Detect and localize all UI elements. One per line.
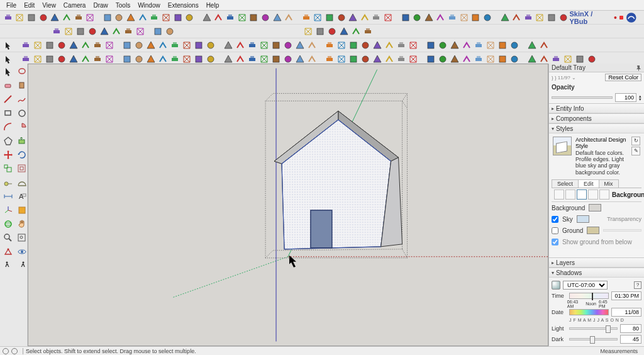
toolbar-button[interactable] bbox=[396, 40, 407, 51]
background-settings-icon[interactable] bbox=[577, 189, 587, 200]
pin-icon[interactable] bbox=[635, 65, 641, 71]
rectangle-tool[interactable] bbox=[1, 106, 14, 119]
toolbar-button[interactable] bbox=[104, 54, 115, 65]
offset-tool[interactable] bbox=[15, 162, 28, 174]
toolbar-button[interactable] bbox=[371, 12, 382, 23]
toolbar-button[interactable] bbox=[314, 26, 326, 37]
edge-settings-icon[interactable] bbox=[554, 189, 564, 200]
lasso-tool[interactable] bbox=[15, 65, 28, 77]
toolbar-button[interactable] bbox=[509, 54, 520, 65]
time-slider[interactable] bbox=[569, 293, 609, 299]
toolbar-button[interactable] bbox=[44, 54, 55, 65]
toolbar-button[interactable] bbox=[32, 40, 43, 51]
style-category-icons[interactable] bbox=[554, 189, 609, 200]
text-tool[interactable]: A bbox=[15, 189, 28, 202]
section-entity-info[interactable]: Entity Info bbox=[549, 104, 644, 113]
zoom-extents-tool[interactable] bbox=[15, 231, 28, 244]
dark-slider[interactable] bbox=[569, 338, 618, 341]
section-tool[interactable] bbox=[15, 203, 28, 216]
style-new-button[interactable]: ✎ bbox=[631, 147, 640, 155]
toolbar-button[interactable] bbox=[360, 40, 371, 51]
toolbar-button[interactable] bbox=[382, 12, 394, 23]
toolbar-button[interactable] bbox=[137, 12, 148, 23]
protractor-tool[interactable] bbox=[15, 176, 28, 188]
toolbar-button[interactable] bbox=[56, 54, 67, 65]
toolbar-button[interactable] bbox=[336, 12, 347, 23]
toolbar-button[interactable] bbox=[184, 12, 195, 23]
toolbar-button[interactable] bbox=[272, 12, 283, 23]
toolbar-button[interactable] bbox=[535, 12, 546, 23]
toolbar-button[interactable] bbox=[73, 12, 84, 23]
toolbar-button[interactable] bbox=[181, 40, 192, 51]
toolbar-button[interactable] bbox=[458, 12, 470, 23]
tray-title[interactable]: Default Tray bbox=[549, 64, 644, 72]
toolbar-button[interactable] bbox=[102, 12, 113, 23]
pie-tool[interactable] bbox=[15, 120, 28, 133]
toolbar-button[interactable] bbox=[282, 40, 294, 51]
menu-view[interactable]: View bbox=[38, 1, 60, 10]
toolbar-button[interactable] bbox=[50, 12, 61, 23]
toolbar-button[interactable] bbox=[473, 40, 484, 51]
toolbar-button[interactable] bbox=[497, 54, 508, 65]
toolbar-button[interactable] bbox=[248, 12, 259, 23]
pushpull-tool[interactable] bbox=[15, 134, 28, 147]
toolbar-button[interactable] bbox=[350, 26, 362, 37]
move-tool[interactable] bbox=[1, 148, 14, 161]
toolbar-button[interactable] bbox=[114, 12, 125, 23]
toolbar-button[interactable] bbox=[157, 40, 169, 51]
toolbar-button[interactable] bbox=[283, 12, 294, 23]
timezone-select[interactable]: UTC-07:00 bbox=[563, 281, 608, 290]
toolbar-button[interactable] bbox=[99, 26, 110, 37]
toolbar-button[interactable] bbox=[473, 54, 484, 65]
background-swatch[interactable] bbox=[589, 204, 601, 211]
watermark-settings-icon[interactable] bbox=[588, 189, 598, 200]
toolbar-button[interactable] bbox=[326, 26, 338, 37]
toolbar-button[interactable] bbox=[509, 40, 520, 51]
toolbar-button[interactable] bbox=[396, 54, 407, 65]
toolbar-button[interactable] bbox=[152, 26, 164, 37]
toolbar-button[interactable] bbox=[247, 40, 258, 51]
style-thumbnail[interactable] bbox=[553, 137, 572, 155]
toolbar-button[interactable] bbox=[160, 12, 172, 23]
toolbar-button[interactable] bbox=[133, 54, 145, 65]
toolbar-button[interactable] bbox=[347, 12, 358, 23]
toolbar-button[interactable] bbox=[372, 54, 383, 65]
toolbar-button[interactable] bbox=[193, 40, 204, 51]
toolbar-button[interactable] bbox=[384, 40, 395, 51]
toolbar-button[interactable] bbox=[68, 54, 79, 65]
shadow-toggle-icon[interactable] bbox=[552, 281, 560, 290]
rotate-tool[interactable] bbox=[15, 148, 28, 161]
ground-checkbox[interactable] bbox=[552, 227, 558, 234]
section-layers[interactable]: Layers bbox=[549, 258, 644, 268]
sky-swatch[interactable] bbox=[577, 215, 589, 223]
toolbar-button[interactable] bbox=[32, 54, 43, 65]
toolbar-button[interactable] bbox=[303, 26, 314, 37]
toolbar-button[interactable] bbox=[294, 40, 306, 51]
toolbar-button[interactable] bbox=[348, 54, 359, 65]
toolbar-button[interactable] bbox=[562, 54, 574, 65]
toolbar-button[interactable] bbox=[260, 12, 271, 23]
toolbar-button[interactable] bbox=[511, 12, 522, 23]
toolbar-button[interactable] bbox=[306, 40, 318, 51]
menu-tools[interactable]: Tools bbox=[112, 1, 134, 10]
toolbar-button[interactable] bbox=[461, 40, 472, 51]
toolbar-button[interactable] bbox=[312, 12, 323, 23]
axes-tool[interactable] bbox=[1, 203, 14, 216]
toolbar-button[interactable] bbox=[270, 54, 282, 65]
toolbar-button[interactable] bbox=[169, 40, 180, 51]
opacity-stepper-icon[interactable]: ▴▾ bbox=[639, 94, 641, 101]
toolbar-button[interactable] bbox=[408, 40, 419, 51]
toolbar-button[interactable] bbox=[235, 40, 246, 51]
light-value-input[interactable] bbox=[620, 324, 641, 333]
toolbar-button[interactable] bbox=[324, 54, 335, 65]
circle-tool[interactable] bbox=[15, 106, 28, 119]
toolbar-button[interactable] bbox=[538, 54, 550, 65]
sky-checkbox[interactable] bbox=[552, 216, 558, 223]
menu-draw[interactable]: Draw bbox=[89, 1, 111, 10]
toolbar-button[interactable] bbox=[423, 12, 435, 23]
dimension-tool[interactable] bbox=[1, 189, 14, 202]
toolbar-button[interactable] bbox=[121, 54, 133, 65]
toolbar-button[interactable] bbox=[336, 40, 347, 51]
toolbar-button[interactable] bbox=[338, 26, 350, 37]
polygon-tool[interactable] bbox=[1, 134, 14, 147]
